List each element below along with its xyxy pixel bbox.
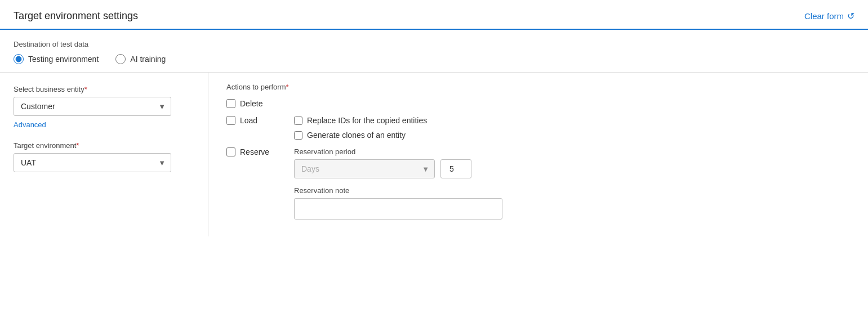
reserve-action-row: Reserve Reservation period Days Weeks Mo…	[226, 147, 850, 220]
main-content: Select business entity* Customer Order P…	[0, 73, 868, 236]
load-checkbox[interactable]	[226, 116, 235, 125]
left-panel: Select business entity* Customer Order P…	[0, 73, 208, 236]
radio-testing[interactable]	[14, 54, 24, 64]
replace-ids-label[interactable]: Replace IDs for the copied entities	[307, 116, 427, 125]
destination-label: Destination of test data	[14, 40, 854, 48]
actions-label: Actions to perform*	[226, 83, 850, 91]
load-checkbox-group: Load	[226, 116, 288, 125]
radio-testing-label[interactable]: Testing environment	[28, 55, 99, 64]
reservation-note-input[interactable]	[294, 198, 502, 220]
reserve-checkbox[interactable]	[226, 147, 235, 156]
destination-section: Destination of test data Testing environ…	[0, 30, 868, 73]
load-action-row: Load Replace IDs for the copied entities…	[226, 116, 850, 140]
generate-clones-label[interactable]: Generate clones of an entity	[307, 131, 406, 140]
generate-clones-checkbox[interactable]	[294, 131, 302, 140]
business-entity-field: Select business entity* Customer Order P…	[14, 85, 194, 116]
reserve-label[interactable]: Reserve	[240, 147, 269, 156]
target-env-required: *	[76, 141, 79, 150]
business-entity-select-wrapper: Customer Order Product Invoice ▼	[14, 97, 171, 116]
period-select-wrapper: Days Weeks Months ▼	[294, 159, 435, 178]
target-env-label: Target environment*	[14, 141, 194, 150]
right-panel: Actions to perform* Delete Load R	[208, 73, 868, 236]
clear-form-button[interactable]: Clear form ↺	[804, 11, 854, 21]
business-entity-label: Select business entity*	[14, 85, 194, 93]
advanced-link[interactable]: Advanced	[14, 120, 46, 129]
reservation-section: Reservation period Days Weeks Months ▼	[294, 147, 502, 220]
target-env-select-wrapper: UAT DEV QA PROD ▼	[14, 153, 171, 172]
replace-ids-option: Replace IDs for the copied entities	[294, 116, 427, 125]
header: Target environment settings Clear form ↺	[0, 0, 868, 30]
delete-action-row: Delete	[226, 99, 850, 108]
refresh-icon: ↺	[847, 11, 854, 21]
reservation-period-row: Days Weeks Months ▼	[294, 159, 502, 178]
reservation-note-label: Reservation note	[294, 186, 502, 195]
actions-required: *	[286, 83, 289, 91]
business-entity-required: *	[84, 85, 87, 93]
target-env-select[interactable]: UAT DEV QA PROD	[14, 153, 171, 172]
radio-item-ai[interactable]: AI training	[115, 54, 166, 64]
business-entity-select[interactable]: Customer Order Product Invoice	[14, 97, 171, 116]
delete-label[interactable]: Delete	[240, 99, 262, 108]
radio-group: Testing environment AI training	[14, 54, 854, 64]
radio-ai-label[interactable]: AI training	[130, 55, 166, 64]
load-sub-options: Replace IDs for the copied entities Gene…	[294, 116, 427, 140]
reserve-checkbox-group: Reserve	[226, 147, 288, 156]
generate-clones-option: Generate clones of an entity	[294, 131, 427, 140]
load-label[interactable]: Load	[240, 116, 257, 125]
period-number-input[interactable]	[440, 159, 471, 178]
replace-ids-checkbox[interactable]	[294, 117, 302, 125]
page-title: Target environment settings	[14, 10, 138, 22]
clear-form-label: Clear form	[804, 11, 844, 21]
delete-checkbox-group: Delete	[226, 99, 288, 108]
page-container: Target environment settings Clear form ↺…	[0, 0, 868, 327]
target-environment-field: Target environment* UAT DEV QA PROD ▼	[14, 141, 194, 172]
radio-ai[interactable]	[115, 54, 126, 64]
delete-checkbox[interactable]	[226, 99, 235, 108]
period-select[interactable]: Days Weeks Months	[294, 159, 435, 178]
reservation-period-label: Reservation period	[294, 147, 502, 156]
radio-item-testing[interactable]: Testing environment	[14, 54, 99, 64]
